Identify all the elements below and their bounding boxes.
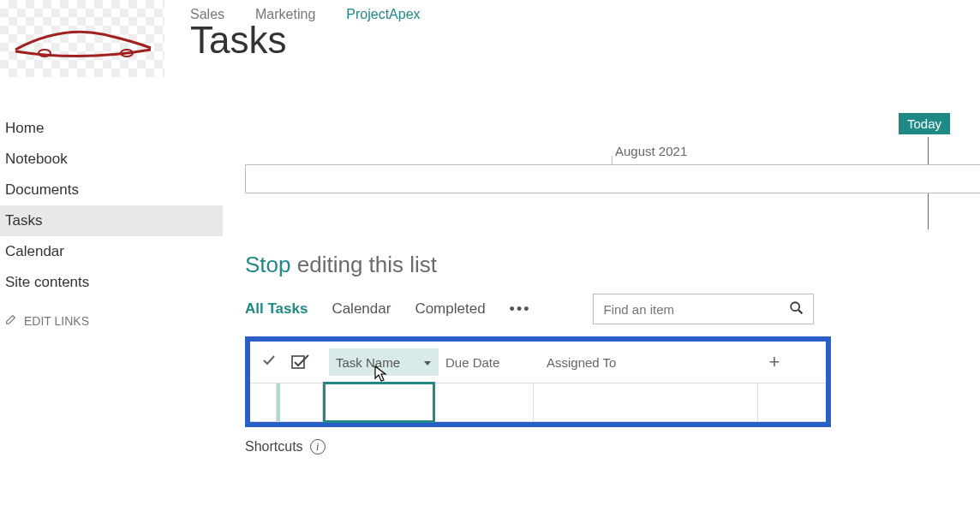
cell-task-name-input[interactable]	[323, 382, 435, 423]
cell-due-date[interactable]	[435, 383, 534, 421]
column-task-name[interactable]: Task Name	[329, 348, 439, 376]
column-complete-icon[interactable]	[262, 354, 291, 370]
edit-links-label: EDIT LINKS	[24, 314, 89, 328]
svg-point-2	[791, 302, 799, 311]
view-completed[interactable]: Completed	[415, 300, 485, 318]
leftnav-notebook[interactable]: Notebook	[0, 144, 223, 175]
left-nav: Home Notebook Documents Tasks Calendar S…	[0, 113, 223, 328]
column-select-all[interactable]	[291, 354, 329, 371]
more-views-icon[interactable]: •••	[510, 300, 531, 318]
task-grid: Task Name Due Date Assigned To +	[245, 336, 831, 427]
view-all-tasks[interactable]: All Tasks	[245, 300, 308, 318]
stop-editing-heading: Stop editing this list	[245, 252, 980, 278]
table-row[interactable]	[250, 383, 826, 422]
task-grid-header: Task Name Due Date Assigned To +	[250, 342, 826, 383]
search-icon[interactable]	[789, 300, 804, 318]
column-due-date[interactable]: Due Date	[439, 355, 540, 370]
edit-links-button[interactable]: EDIT LINKS	[0, 313, 223, 328]
leftnav-calendar[interactable]: Calendar	[0, 236, 223, 267]
dropdown-icon	[423, 355, 432, 370]
search-box[interactable]	[593, 294, 814, 324]
view-calendar[interactable]: Calendar	[332, 300, 391, 318]
timeline-bar[interactable]	[245, 164, 980, 193]
leftnav-tasks[interactable]: Tasks	[0, 205, 223, 236]
leftnav-documents[interactable]: Documents	[0, 175, 223, 205]
leftnav-home[interactable]: Home	[0, 113, 223, 144]
search-input[interactable]	[602, 301, 774, 318]
page-title: Tasks	[164, 19, 446, 62]
stop-editing-link[interactable]: Stop	[245, 252, 291, 277]
cell-complete[interactable]	[250, 383, 277, 421]
pencil-icon	[5, 313, 17, 328]
svg-line-3	[798, 310, 802, 313]
column-assigned-to[interactable]: Assigned To	[540, 355, 757, 370]
shortcuts-label: Shortcuts	[245, 439, 303, 455]
site-logo[interactable]	[0, 0, 164, 77]
timeline: Today August 2021	[245, 111, 980, 231]
leftnav-site-contents[interactable]: Site contents	[0, 267, 223, 298]
today-marker: Today	[899, 113, 950, 134]
cell-assigned-to[interactable]	[534, 383, 758, 421]
timeline-month-label: August 2021	[615, 144, 687, 158]
stop-editing-rest: editing this list	[291, 252, 438, 277]
cell-select[interactable]	[280, 383, 323, 421]
info-icon[interactable]: i	[310, 439, 326, 455]
add-column-button[interactable]: +	[757, 351, 792, 373]
column-task-name-label: Task Name	[336, 355, 400, 370]
row-divider	[277, 383, 280, 421]
cell-add-column	[758, 383, 826, 421]
shortcuts-row[interactable]: Shortcuts i	[245, 439, 980, 455]
